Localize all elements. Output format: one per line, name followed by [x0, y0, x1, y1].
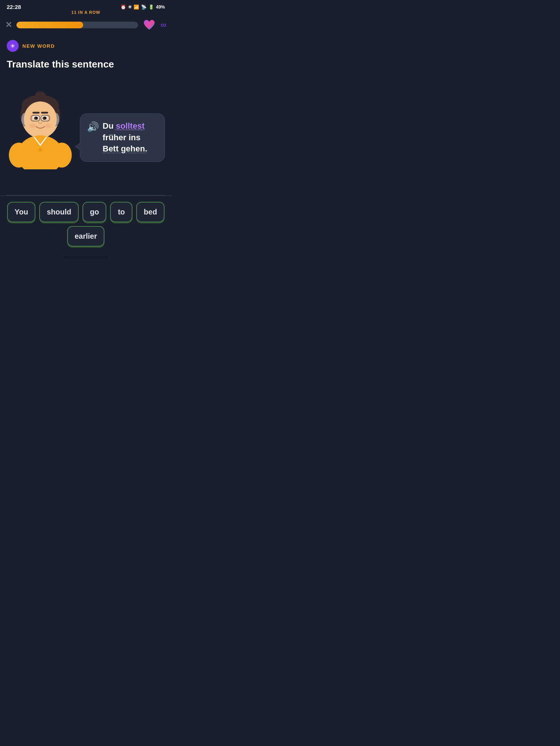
bluetooth-icon: ✳ — [128, 4, 132, 10]
word-tiles: Youshouldgotobedearlier — [5, 202, 166, 247]
svg-point-23 — [38, 148, 42, 152]
signal-icon: 📡 — [141, 4, 147, 10]
word-tile-bed[interactable]: bed — [136, 202, 165, 222]
speaker-icon[interactable]: 🔊 — [87, 121, 99, 133]
word-tile-go[interactable]: go — [82, 202, 106, 222]
close-button[interactable]: ✕ — [5, 20, 12, 30]
instruction: Translate this sentence — [0, 55, 172, 76]
word-tile-to[interactable]: to — [110, 202, 132, 222]
heart-icon — [143, 18, 156, 32]
progress-bar-container — [16, 22, 138, 28]
instruction-text: Translate this sentence — [7, 59, 114, 70]
svg-rect-10 — [41, 112, 48, 114]
bubble-text: Du solltest früher ins Bett gehen. — [103, 120, 158, 155]
sparkle-icon — [10, 43, 16, 49]
bubble-content: 🔊 Du solltest früher ins Bett gehen. — [87, 120, 158, 155]
new-word-section: NEW WORD — [0, 35, 172, 55]
word-tile-should[interactable]: should — [39, 202, 79, 222]
character — [7, 84, 74, 169]
alarm-icon: ⏰ — [121, 4, 126, 10]
svg-point-20 — [29, 124, 35, 128]
status-time: 22:28 — [7, 4, 21, 10]
bottom-bar-indicator — [63, 256, 108, 258]
wifi-icon: 📶 — [134, 4, 139, 10]
svg-point-24 — [9, 142, 29, 167]
svg-point-15 — [35, 117, 38, 119]
new-word-badge-icon — [7, 40, 19, 52]
speech-bubble[interactable]: 🔊 Du solltest früher ins Bett gehen. — [80, 113, 165, 162]
answer-area[interactable] — [7, 173, 165, 195]
underlined-text: Bett gehen. — [103, 144, 147, 153]
svg-point-21 — [45, 124, 51, 128]
word-tiles-section: Youshouldgotobedearlier — [0, 195, 172, 252]
battery-percent: 49% — [156, 4, 165, 10]
svg-rect-9 — [32, 112, 40, 114]
streak-label: 11 IN A ROW — [71, 10, 100, 15]
progress-bar-fill — [16, 22, 83, 28]
character-illustration — [7, 84, 74, 169]
infinity-icon: ∞ — [160, 20, 166, 30]
svg-point-16 — [44, 117, 46, 119]
header: 11 IN A ROW ✕ ∞ — [0, 12, 172, 35]
battery-icon: 🔋 — [148, 4, 154, 10]
svg-point-25 — [52, 142, 72, 167]
highlight-word: solltest — [116, 121, 144, 131]
status-icons: ⏰ ✳ 📶 📡 🔋 49% — [121, 4, 165, 10]
word-tile-earlier[interactable]: earlier — [67, 226, 104, 247]
new-word-label: NEW WORD — [22, 43, 55, 49]
svg-point-8 — [24, 101, 57, 137]
word-tile-you[interactable]: You — [7, 202, 35, 222]
scene: 🔊 Du solltest früher ins Bett gehen. — [0, 80, 172, 169]
